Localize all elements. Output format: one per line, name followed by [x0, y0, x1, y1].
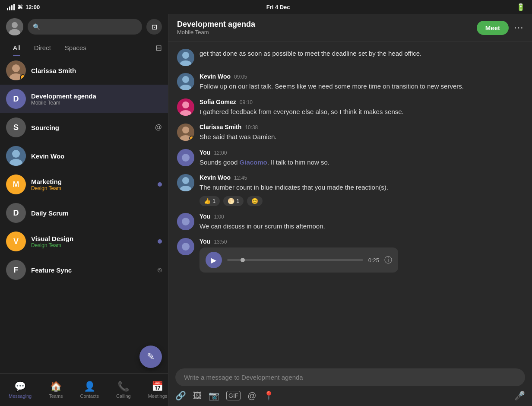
- avatar-sourcing: S: [6, 117, 26, 137]
- mention-button[interactable]: @: [247, 391, 256, 401]
- svg-point-13: [182, 76, 189, 83]
- chat-item-feature-sync[interactable]: F Feature Sync ⎋: [0, 256, 168, 284]
- tab-spaces[interactable]: Spaces: [58, 40, 93, 56]
- msg-meta-2: Sofia Gomez 09:10: [200, 98, 523, 105]
- attach-button[interactable]: 🔗: [175, 390, 186, 401]
- audio-info-button[interactable]: ⓘ: [384, 255, 392, 265]
- chat-item-marketing[interactable]: M Marketing Design Team: [0, 170, 168, 199]
- status-left: ⌘ 12:00: [7, 4, 40, 10]
- chat-header-title: Development agenda: [177, 20, 477, 29]
- msg-meta-4: You 12:00: [200, 149, 523, 156]
- meet-button[interactable]: Meet: [477, 21, 509, 35]
- chat-info-dev-agenda: Development agenda Mobile Team: [31, 92, 162, 106]
- wifi-icon: ⌘: [17, 4, 23, 10]
- teams-icon: 🏠: [50, 381, 62, 392]
- bottom-nav: 💬 Messaging 🏠 Teams 👤 Contacts 📞 Calling…: [0, 373, 168, 406]
- image-button[interactable]: 🖼: [193, 391, 202, 401]
- chat-list: Clarissa Smith D Development agenda Mobi…: [0, 56, 168, 340]
- avatar-msg1: [177, 73, 194, 90]
- cast-button[interactable]: ⊡: [146, 19, 162, 35]
- location-button[interactable]: 📍: [263, 390, 274, 401]
- chat-item-dev-agenda[interactable]: D Development agenda Mobile Team: [0, 85, 168, 113]
- mic-button[interactable]: 🎤: [514, 390, 525, 401]
- avatar-msg6: [177, 213, 194, 230]
- chat-name-clarissa: Clarissa Smith: [31, 67, 162, 74]
- new-conversation-button[interactable]: ✎: [139, 346, 162, 368]
- reaction-smile[interactable]: 😊: [247, 196, 263, 206]
- message-row-7: You 13:50 ▶ 0:25 ⓘ: [177, 238, 523, 273]
- chat-info-daily-scrum: Daily Scrum: [31, 209, 162, 217]
- reaction-thumbsup[interactable]: 👍 1: [200, 196, 220, 206]
- msg-time-5: 12:45: [234, 175, 247, 181]
- chat-item-daily-scrum[interactable]: D Daily Scrum: [0, 199, 168, 227]
- camera-button[interactable]: 📷: [209, 390, 219, 401]
- nav-messaging[interactable]: 💬 Messaging: [0, 379, 40, 400]
- avatar-msg4: [177, 149, 194, 166]
- chat-header-subtitle: Mobile Team: [177, 29, 477, 35]
- audio-play-button[interactable]: ▶: [206, 252, 222, 268]
- tab-direct[interactable]: Direct: [27, 40, 58, 56]
- avatar-msg7: [177, 238, 194, 255]
- msg-sender-5: Kevin Woo: [200, 174, 231, 181]
- nav-calling[interactable]: 📞 Calling: [108, 379, 139, 400]
- svg-point-10: [182, 52, 189, 59]
- smile-emoji: 😊: [251, 198, 258, 204]
- avatar-msg0: [177, 49, 194, 66]
- nav-meetings-label: Meetings: [148, 393, 168, 399]
- msg-content-3: Clarissa Smith 10:38 She said that was D…: [200, 124, 523, 142]
- msg-content-4: You 12:00 Sounds good Giacomo. Il talk t…: [200, 149, 523, 168]
- sidebar-tabs: All Direct Spaces ⊟: [0, 40, 168, 56]
- message-row-5: Kevin Woo 12:45 The number count in blue…: [177, 174, 523, 206]
- chat-name-kevin: Kevin Woo: [31, 152, 162, 160]
- svg-point-4: [12, 64, 20, 72]
- chat-info-marketing: Marketing Design Team: [31, 178, 152, 191]
- gif-button[interactable]: GIF: [226, 391, 241, 400]
- tab-all[interactable]: All: [6, 40, 27, 56]
- audio-message-7: ▶ 0:25 ⓘ: [200, 247, 398, 273]
- messaging-icon: 💬: [14, 381, 26, 392]
- avatar-msg3: [177, 124, 194, 141]
- fab-area: ✎: [0, 340, 168, 373]
- msg-meta-1: Kevin Woo 09:05: [200, 73, 523, 80]
- msg-sender-6: You: [200, 213, 210, 220]
- msg-text-1: Follow up on our last talk. Seems like w…: [200, 82, 523, 92]
- avatar-visual-design: V: [6, 232, 26, 251]
- msg-time-7: 13:50: [214, 239, 227, 245]
- chat-item-clarissa[interactable]: Clarissa Smith: [0, 56, 168, 85]
- chat-item-visual-design[interactable]: V Visual Design Design Team: [0, 227, 168, 256]
- more-options-button[interactable]: ⋯: [514, 22, 523, 33]
- audio-progress-bar[interactable]: [227, 259, 363, 261]
- message-input-area: Write a message to Development agenda 🔗 …: [168, 363, 532, 406]
- reaction-moon[interactable]: 🌕 1: [223, 196, 244, 206]
- chat-info-sourcing: Sourcing: [31, 124, 150, 131]
- svg-point-1: [12, 22, 18, 28]
- chat-item-sourcing[interactable]: S Sourcing @: [0, 113, 168, 142]
- audio-duration: 0:25: [368, 257, 379, 263]
- chat-sub-marketing: Design Team: [31, 185, 152, 191]
- nav-messaging-label: Messaging: [9, 393, 32, 399]
- svg-point-22: [182, 154, 190, 162]
- chat-info-kevin: Kevin Woo: [31, 152, 162, 160]
- messages-container: get that done as soon as possible to mee…: [168, 42, 532, 363]
- chat-item-kevin[interactable]: Kevin Woo: [0, 142, 168, 170]
- sidebar-header: 🔍 ⊡: [0, 14, 168, 40]
- msg-text-2: I gathered feedback from everyone else a…: [200, 107, 523, 117]
- message-input[interactable]: Write a message to Development agenda: [175, 368, 525, 386]
- user-avatar[interactable]: [6, 18, 23, 35]
- message-row-3: Clarissa Smith 10:38 She said that was D…: [177, 124, 523, 142]
- filter-icon[interactable]: ⊟: [155, 43, 162, 53]
- at-icon-sourcing: @: [155, 124, 162, 131]
- message-row-0: get that done as soon as possible to mee…: [177, 49, 523, 66]
- search-box[interactable]: 🔍: [28, 19, 142, 35]
- avatar-badge-msg3: [189, 136, 194, 141]
- msg-mention-4: Giacomo: [240, 159, 267, 166]
- nav-contacts[interactable]: 👤 Contacts: [72, 379, 108, 400]
- avatar-msg2: [177, 98, 194, 116]
- message-row-4: You 12:00 Sounds good Giacomo. Il talk t…: [177, 149, 523, 168]
- nav-teams[interactable]: 🏠 Teams: [40, 379, 71, 400]
- nav-calling-label: Calling: [116, 393, 131, 399]
- msg-sender-2: Sofia Gomez: [200, 98, 236, 105]
- reactions-5: 👍 1 🌕 1 😊: [200, 196, 523, 206]
- chat-header-info: Development agenda Mobile Team: [177, 20, 477, 35]
- msg-time-3: 10:38: [245, 124, 258, 130]
